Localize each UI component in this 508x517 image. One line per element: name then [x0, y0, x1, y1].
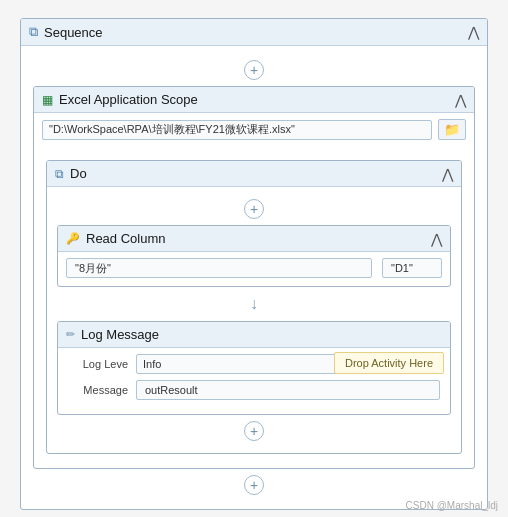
- sequence-collapse-btn[interactable]: ⋀: [468, 25, 479, 39]
- sequence-body: + ▦ Excel Application Scope ⋀ 📁: [21, 46, 487, 509]
- log-message-row: Message: [68, 380, 440, 400]
- read-column-title: Read Column: [86, 231, 166, 246]
- sequence-header: ⧉ Sequence ⋀: [21, 19, 487, 46]
- excel-scope-panel: ▦ Excel Application Scope ⋀ 📁: [33, 86, 475, 469]
- folder-browse-btn[interactable]: 📁: [438, 119, 466, 140]
- read-column-field1[interactable]: [66, 258, 372, 278]
- message-input[interactable]: [136, 380, 440, 400]
- excel-scope-header: ▦ Excel Application Scope ⋀: [34, 87, 474, 113]
- sequence-icon: ⧉: [29, 24, 38, 40]
- do-header: ⧉ Do ⋀: [47, 161, 461, 187]
- read-column-icon: 🔑: [66, 232, 80, 245]
- read-column-header: 🔑 Read Column ⋀: [58, 226, 450, 252]
- read-column-collapse-btn[interactable]: ⋀: [431, 232, 442, 246]
- log-message-title: Log Message: [81, 327, 159, 342]
- folder-icon: 📁: [444, 122, 460, 137]
- log-level-label: Log Leve: [68, 358, 128, 370]
- file-path-input[interactable]: [42, 120, 432, 140]
- sequence-panel: ⧉ Sequence ⋀ + ▦ Excel Application Scope: [20, 18, 488, 510]
- message-label: Message: [68, 384, 128, 396]
- log-message-icon: ✏: [66, 328, 75, 341]
- do-title: Do: [70, 166, 87, 181]
- main-canvas: ⧉ Sequence ⋀ + ▦ Excel Application Scope: [0, 0, 508, 517]
- do-icon: ⧉: [55, 167, 64, 181]
- add-icon-top: +: [250, 62, 258, 78]
- file-path-row: 📁: [34, 113, 474, 146]
- do-body: + 🔑 Read Column ⋀: [47, 187, 461, 453]
- drop-activity-hint: Drop Activity Here: [334, 352, 444, 374]
- watermark: CSDN @Marshal_ldj: [406, 500, 498, 511]
- add-btn-top: +: [33, 60, 475, 80]
- log-message-header: ✏ Log Message: [58, 322, 450, 348]
- read-column-panel: 🔑 Read Column ⋀: [57, 225, 451, 287]
- arrow-connector: ↓: [57, 291, 451, 317]
- drop-activity-text: Drop Activity Here: [345, 357, 433, 369]
- add-circle-top[interactable]: +: [244, 60, 264, 80]
- excel-icon: ▦: [42, 93, 53, 107]
- add-icon-seq-bottom: +: [250, 477, 258, 493]
- add-btn-seq-bottom: +: [33, 475, 475, 495]
- read-column-field2[interactable]: [382, 258, 442, 278]
- log-message-panel: ✏ Log Message Drop Activity Here: [57, 321, 451, 415]
- add-btn-do: +: [57, 199, 451, 219]
- excel-scope-collapse-btn[interactable]: ⋀: [455, 93, 466, 107]
- add-icon-do-bottom: +: [250, 423, 258, 439]
- add-btn-do-bottom: +: [57, 421, 451, 441]
- do-panel: ⧉ Do ⋀ +: [46, 160, 462, 454]
- excel-scope-title: Excel Application Scope: [59, 92, 198, 107]
- excel-scope-body: ⧉ Do ⋀ +: [34, 146, 474, 468]
- add-icon-do: +: [250, 201, 258, 217]
- arrow-down-icon: ↓: [250, 295, 258, 313]
- do-collapse-btn[interactable]: ⋀: [442, 167, 453, 181]
- add-circle-do[interactable]: +: [244, 199, 264, 219]
- add-circle-seq-bottom[interactable]: +: [244, 475, 264, 495]
- add-circle-do-bottom[interactable]: +: [244, 421, 264, 441]
- read-column-fields: [58, 252, 450, 286]
- sequence-title: Sequence: [44, 25, 103, 40]
